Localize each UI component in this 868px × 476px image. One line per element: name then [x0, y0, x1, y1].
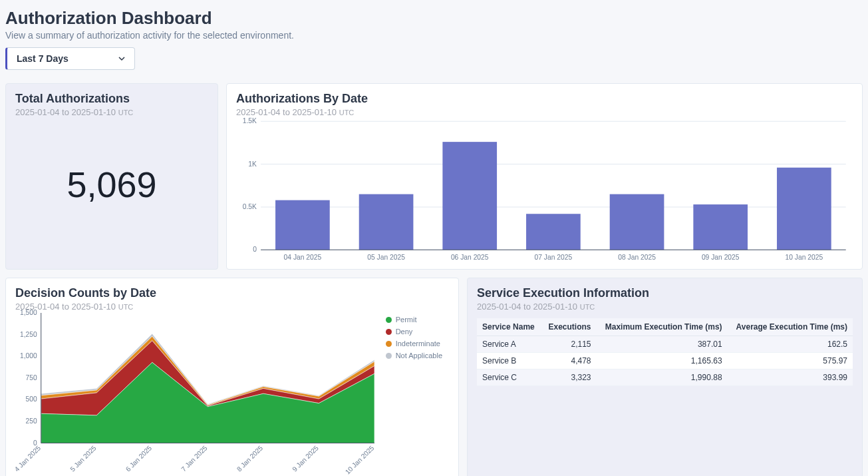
col-max-time: Maximum Execution Time (ms): [597, 318, 728, 336]
svg-text:1,500: 1,500: [20, 309, 37, 316]
card-title: Authorizations By Date: [236, 92, 853, 106]
service-table: Service Name Executions Maximum Executio…: [477, 318, 853, 386]
decision-counts-card: Decision Counts by Date 2025-01-04 to 20…: [5, 278, 459, 476]
svg-text:0: 0: [253, 246, 257, 253]
card-title: Service Execution Information: [477, 286, 853, 300]
svg-rect-16: [610, 194, 664, 250]
table-row: Service C3,3231,990.88393.99: [477, 369, 853, 386]
col-avg-time: Average Execution Time (ms): [728, 318, 853, 336]
svg-text:04 Jan 2025: 04 Jan 2025: [284, 254, 322, 261]
total-authorizations-value: 5,069: [15, 164, 208, 205]
table-row: Service B4,4781,165.63575.97: [477, 353, 853, 369]
svg-text:1.5K: 1.5K: [243, 117, 257, 124]
svg-text:4 Jan 2025: 4 Jan 2025: [15, 444, 42, 473]
svg-text:06 Jan 2025: 06 Jan 2025: [451, 254, 489, 261]
svg-rect-12: [442, 142, 497, 250]
card-title: Decision Counts by Date: [15, 286, 449, 300]
svg-text:250: 250: [26, 417, 37, 425]
svg-rect-14: [526, 214, 581, 250]
svg-text:05 Jan 2025: 05 Jan 2025: [367, 254, 405, 261]
svg-text:500: 500: [26, 395, 37, 403]
svg-text:1,250: 1,250: [20, 331, 37, 338]
svg-rect-20: [777, 168, 831, 250]
svg-rect-10: [359, 194, 414, 250]
chevron-down-icon: [118, 53, 125, 64]
bar-chart: 00.5K1K1.5K04 Jan 202505 Jan 202506 Jan …: [236, 117, 853, 262]
page-subtitle: View a summary of authorization activity…: [5, 30, 863, 41]
svg-text:1K: 1K: [248, 160, 257, 168]
dropdown-label: Last 7 Days: [17, 53, 69, 64]
svg-text:10 Jan 2025: 10 Jan 2025: [344, 444, 376, 475]
svg-text:10 Jan 2025: 10 Jan 2025: [786, 254, 823, 261]
col-executions: Executions: [541, 318, 596, 336]
svg-text:5 Jan 2025: 5 Jan 2025: [69, 444, 98, 473]
date-range-dropdown[interactable]: Last 7 Days: [5, 47, 135, 70]
card-title: Total Authorizations: [15, 92, 208, 106]
svg-text:09 Jan 2025: 09 Jan 2025: [702, 254, 740, 261]
card-subtitle: 2025-01-04 to 2025-01-10 UTC: [236, 107, 853, 117]
total-authorizations-card: Total Authorizations 2025-01-04 to 2025-…: [5, 83, 218, 270]
legend-item-indeterminate: Indeterminate: [386, 340, 442, 348]
svg-rect-8: [275, 200, 330, 250]
area-chart: 02505007501,0001,2501,5004 Jan 20255 Jan…: [15, 309, 449, 476]
svg-text:07 Jan 2025: 07 Jan 2025: [535, 254, 573, 261]
col-service-name: Service Name: [477, 318, 541, 336]
legend-item-permit: Permit: [386, 316, 442, 324]
svg-text:08 Jan 2025: 08 Jan 2025: [618, 254, 656, 261]
svg-text:0.5K: 0.5K: [243, 203, 257, 210]
legend-item-deny: Deny: [386, 328, 442, 336]
card-subtitle: 2025-01-04 to 2025-01-10 UTC: [15, 107, 208, 117]
svg-text:750: 750: [26, 374, 37, 381]
svg-text:8 Jan 2025: 8 Jan 2025: [235, 444, 265, 473]
legend: Permit Deny Indeterminate Not Applicable: [386, 316, 442, 363]
authorizations-by-date-card: Authorizations By Date 2025-01-04 to 202…: [226, 83, 863, 270]
svg-text:7 Jan 2025: 7 Jan 2025: [180, 444, 209, 473]
svg-text:6 Jan 2025: 6 Jan 2025: [124, 444, 154, 473]
svg-text:1,000: 1,000: [20, 352, 37, 359]
page-title: Authorization Dashboard: [5, 8, 863, 29]
svg-rect-18: [693, 204, 748, 250]
svg-text:9 Jan 2025: 9 Jan 2025: [291, 444, 320, 473]
table-row: Service A2,115387.01162.5: [477, 336, 853, 353]
legend-item-not-applicable: Not Applicable: [386, 352, 442, 359]
card-subtitle: 2025-01-04 to 2025-01-10 UTC: [477, 302, 853, 312]
service-execution-card: Service Execution Information 2025-01-04…: [467, 278, 863, 476]
